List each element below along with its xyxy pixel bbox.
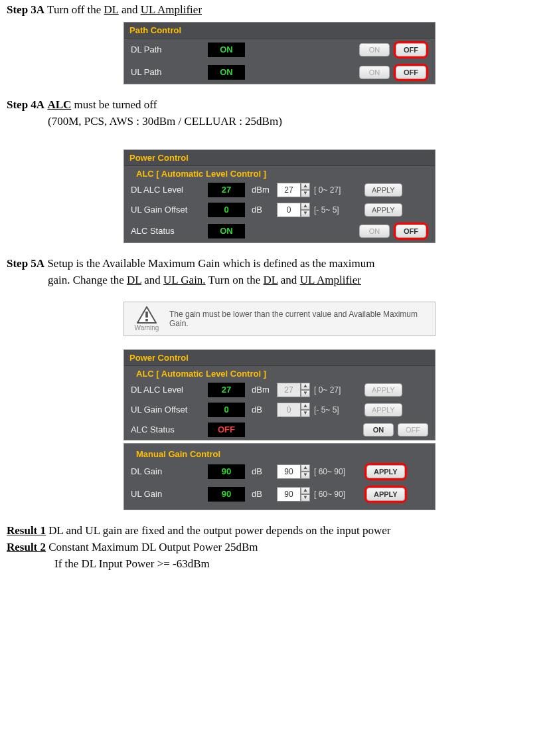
step-3a-label: Step 3A: [7, 3, 44, 16]
spinner-down-icon[interactable]: ▼: [301, 210, 310, 217]
pc1-alc-level-input[interactable]: [277, 183, 301, 197]
step-4a-sub: (700M, PCS, AWS : 30dBm / CELLUAR : 25dB…: [48, 114, 552, 130]
pc2-alcstatus-off-button[interactable]: OFF: [398, 423, 428, 436]
power-control-panel-1: Power Control ALC [ Automatic Level Cont…: [123, 149, 436, 243]
step-3a-ulamp: UL Amplifier: [141, 3, 202, 16]
manual-gain-panel: Manual Gain Control DL Gain 90 dB ▲ ▼ [ …: [123, 443, 436, 510]
mg-dl-input[interactable]: [277, 464, 301, 479]
spinner-down-icon[interactable]: ▼: [301, 190, 310, 197]
warning-icon: Warning: [131, 306, 163, 331]
result-2-label: Result 2: [7, 541, 46, 553]
pc2-alcstatus-row: ALC Status OFF ON OFF: [124, 420, 435, 440]
warning-box: Warning The gain must be lower than the …: [123, 302, 436, 336]
pc1-alc-level-apply-button[interactable]: APPLY: [364, 183, 402, 197]
mg-ul-apply-button[interactable]: APPLY: [366, 488, 405, 501]
step-5a-ulamp: UL Amplifier: [300, 274, 361, 286]
pc1-alc-level-spinner: ▲ ▼: [277, 183, 310, 197]
pc2-subtitle: ALC [ Automatic Level Control ]: [124, 366, 435, 380]
spinner-down-icon[interactable]: ▼: [301, 410, 310, 417]
pc2-alcstatus-value: OFF: [208, 423, 245, 437]
step-5a-and2: and: [278, 274, 300, 286]
spinner-up-icon[interactable]: ▲: [301, 464, 310, 472]
step-5a-label: Step 5A: [7, 257, 44, 270]
pc1-ulgain-apply-button[interactable]: APPLY: [364, 203, 402, 217]
spinner-up-icon[interactable]: ▲: [301, 203, 310, 210]
pc1-alcstatus-row: ALC Status ON ON OFF: [124, 220, 435, 242]
ul-path-label: UL Path: [131, 67, 204, 77]
spinner-down-icon[interactable]: ▼: [301, 472, 310, 479]
pc2-ulgain-value: 0: [208, 403, 245, 417]
step-5a-text1: Setup is the Available Maximum Gain whic…: [44, 257, 374, 270]
pc1-alcstatus-label: ALC Status: [131, 226, 204, 236]
pc1-ulgain-label: UL Gain Offset: [131, 205, 204, 215]
mg-dl-apply-button[interactable]: APPLY: [366, 465, 405, 478]
pc1-subtitle: ALC [ Automatic Level Control ]: [124, 166, 435, 180]
pc2-alc-level-label: DL ALC Level: [131, 385, 204, 395]
svg-rect-2: [145, 319, 148, 322]
mg-ul-range: [ 60~ 90]: [314, 490, 360, 499]
step-5a-dl: DL: [127, 274, 141, 286]
pc1-alcstatus-off-button[interactable]: OFF: [396, 225, 426, 238]
mg-ul-spinner: ▲ ▼: [277, 487, 310, 502]
step-3a-dl: DL: [104, 3, 119, 16]
mg-dl-unit: dB: [249, 466, 273, 476]
spinner-up-icon[interactable]: ▲: [301, 487, 310, 494]
pc1-alc-level-row: DL ALC Level 27 dBm ▲ ▼ [ 0~ 27] APPLY: [124, 180, 435, 200]
mg-ul-label: UL Gain: [131, 489, 204, 499]
spinner-down-icon[interactable]: ▼: [301, 494, 310, 502]
step-4a: Step 4A ALC must be turned off: [7, 98, 552, 113]
mg-dl-spinner: ▲ ▼: [277, 464, 310, 479]
spinner-up-icon[interactable]: ▲: [301, 403, 310, 410]
pc2-title: Power Control: [124, 350, 435, 366]
step-3a-and: and: [119, 3, 141, 16]
mg-dl-value: 90: [208, 464, 245, 479]
pc2-alc-level-apply-button[interactable]: APPLY: [364, 383, 402, 397]
dl-path-off-highlight: OFF: [394, 41, 428, 58]
pc2-alcstatus-on-button[interactable]: ON: [363, 423, 394, 436]
step-4a-text: must be turned off: [71, 98, 157, 111]
pc2-ulgain-apply-button[interactable]: APPLY: [364, 403, 402, 417]
spinner-down-icon[interactable]: ▼: [301, 390, 310, 397]
result-2-line1: Constant Maximum DL Output Power 25dBm: [46, 541, 258, 553]
spinner-up-icon[interactable]: ▲: [301, 183, 310, 190]
ul-path-off-button[interactable]: OFF: [396, 66, 426, 79]
ul-path-off-highlight: OFF: [394, 64, 428, 81]
mg-title: Manual Gain Control: [124, 444, 435, 460]
pc1-alc-level-range: [ 0~ 27]: [314, 185, 360, 195]
step-4a-label: Step 4A: [7, 98, 44, 111]
pc2-alc-level-range: [ 0~ 27]: [314, 385, 360, 395]
pc1-alcstatus-value: ON: [208, 224, 245, 238]
pc2-ulgain-spinner: ▲ ▼: [277, 403, 310, 417]
mg-ul-input[interactable]: [277, 487, 301, 502]
step-5a-dl2: DL: [264, 274, 278, 286]
ul-path-on-button[interactable]: ON: [359, 66, 390, 79]
dl-path-row: DL Path ON ON OFF: [124, 39, 435, 61]
step-5a-text2a: gain. Change the: [48, 274, 127, 286]
pc1-ulgain-unit: dB: [249, 205, 273, 215]
result-2: Result 2 Constant Maximum DL Output Powe…: [7, 540, 552, 555]
pc2-alc-level-value: 27: [208, 383, 245, 397]
pc1-ulgain-range: [- 5~ 5]: [314, 205, 360, 215]
pc1-ulgain-value: 0: [208, 203, 245, 217]
path-control-title: Path Control: [124, 23, 435, 39]
pc1-alcstatus-on-button[interactable]: ON: [359, 225, 390, 238]
pc1-alc-level-unit: dBm: [249, 185, 273, 195]
pc1-alc-level-value: 27: [208, 183, 245, 197]
dl-path-label: DL Path: [131, 45, 204, 54]
ul-path-row: UL Path ON ON OFF: [124, 61, 435, 84]
mg-dl-row: DL Gain 90 dB ▲ ▼ [ 60~ 90] APPLY: [124, 460, 435, 483]
step-4a-alc: ALC: [47, 98, 71, 111]
pc2-ulgain-input: [277, 403, 301, 417]
mg-ul-apply-highlight: APPLY: [364, 486, 407, 503]
pc1-ulgain-input[interactable]: [277, 203, 301, 217]
warning-label: Warning: [135, 324, 159, 331]
result-1-label: Result 1: [7, 524, 46, 537]
dl-path-off-button[interactable]: OFF: [396, 43, 426, 56]
spinner-up-icon[interactable]: ▲: [301, 383, 310, 390]
dl-path-on-button[interactable]: ON: [359, 43, 390, 56]
result-1-text: DL and UL gain are fixed and the output …: [46, 524, 390, 537]
step-5a-line1: Step 5A Setup is the Available Maximum G…: [7, 256, 552, 272]
pc1-ulgain-spinner: ▲ ▼: [277, 203, 310, 217]
power-control-panel-2: Power Control ALC [ Automatic Level Cont…: [123, 349, 436, 440]
mg-ul-row: UL Gain 90 dB ▲ ▼ [ 60~ 90] APPLY: [124, 483, 435, 510]
